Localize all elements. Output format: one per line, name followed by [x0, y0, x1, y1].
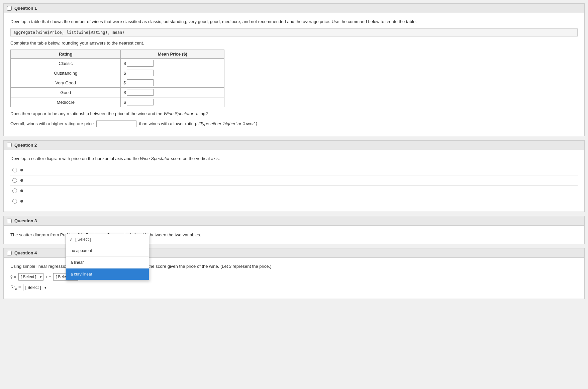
- popup-item-no-apparent[interactable]: no apparent: [66, 245, 149, 257]
- rating-good: Good: [11, 88, 121, 97]
- q1-rel-label2: rating?: [195, 111, 208, 116]
- question-2-header: Question 2: [4, 141, 584, 150]
- dollar-sign-classic: $: [123, 61, 126, 66]
- dollar-sign-outstanding: $: [123, 71, 126, 76]
- popup-header: ✓ [ Select ]: [66, 234, 149, 245]
- q4-select3-wrapper: [ Select ] 0.12 0.34: [23, 284, 48, 291]
- question-1-body: Develop a table that shows the number of…: [4, 13, 584, 136]
- q2-inst-pre: Develop a scatter diagram with price on …: [10, 156, 139, 161]
- question-2-checkbox[interactable]: [7, 143, 12, 147]
- rating-mediocre: Mediocre: [11, 97, 121, 107]
- popup-select-label: [ Select ]: [75, 237, 91, 242]
- question-2-body: Develop a scatter diagram with price on …: [4, 150, 584, 212]
- q1-overall: Overall, wines with a higher rating are …: [10, 121, 578, 127]
- radio-b[interactable]: [12, 178, 17, 183]
- radio-option-a[interactable]: [10, 165, 578, 175]
- radio-a-dot: [20, 169, 23, 171]
- col-price-header: Mean Price ($): [121, 50, 224, 59]
- dollar-sign-mediocre: $: [123, 100, 126, 105]
- q2-inst-post: score on the vertical axis.: [171, 156, 220, 161]
- question-3-checkbox[interactable]: [7, 219, 12, 223]
- q1-type-hint: (Type either 'higher' or 'lower'.): [198, 121, 257, 126]
- radio-a[interactable]: [12, 168, 17, 172]
- q1-overall-suffix: than wines with a lower rating.: [139, 121, 197, 126]
- price-mediocre-cell: $: [121, 97, 224, 107]
- q4-select1-wrapper: [ Select ] 0.5 1.2 2.3: [18, 273, 43, 281]
- popup-checkmark: ✓: [69, 237, 73, 242]
- q4-r2-label: R2a =: [10, 284, 21, 291]
- question-1-block: Question 1 Develop a table that shows th…: [3, 3, 585, 136]
- question-3-body: The scatter diagram from Problem 2 indic…: [4, 226, 584, 244]
- page-container: Question 1 Develop a table that shows th…: [0, 0, 588, 306]
- q3-dropdown-popup: ✓ [ Select ] no apparent a linear a curv…: [66, 234, 149, 280]
- q1-relationship-question: Does there appear to be any relationship…: [10, 110, 578, 117]
- q1-price-input[interactable]: [96, 121, 136, 127]
- q1-table: Rating Mean Price ($) Classic $: [10, 50, 224, 107]
- table-row: Mediocre $: [11, 97, 224, 107]
- question-3-title: Question 3: [14, 218, 37, 223]
- question-1-header: Question 1: [4, 4, 584, 13]
- q4-plus-label: x +: [45, 274, 52, 279]
- price-outstanding-input[interactable]: [127, 70, 154, 76]
- price-outstanding-cell: $: [121, 68, 224, 78]
- q4-represent-label: represent the price.): [232, 264, 271, 269]
- q1-rel-label1: Does there appear to be any relationship…: [10, 111, 163, 116]
- radio-d-dot: [20, 200, 23, 203]
- radio-c[interactable]: [12, 188, 17, 193]
- q1-code: aggregate(wine$Price, list(wine$Rating),…: [10, 28, 578, 36]
- radio-option-d[interactable]: [10, 196, 578, 206]
- question-1-checkbox[interactable]: [7, 6, 12, 11]
- price-classic-cell: $: [121, 59, 224, 68]
- col-rating-header: Rating: [11, 50, 121, 59]
- q4-r2-row: R2a = [ Select ] 0.12 0.34: [10, 284, 578, 291]
- q1-table-instruction: Complete the table below, rounding your …: [10, 40, 578, 47]
- q4-x-label: x: [229, 264, 231, 269]
- question-2-title: Question 2: [14, 143, 37, 148]
- question-4-title: Question 4: [14, 250, 37, 255]
- price-good-input[interactable]: [127, 89, 154, 96]
- rating-outstanding: Outstanding: [11, 68, 121, 78]
- price-mediocre-input[interactable]: [127, 99, 154, 105]
- radio-b-dot: [20, 179, 23, 182]
- price-classic-input[interactable]: [127, 60, 154, 67]
- q1-overall-label: Overall, wines with a higher rating are …: [10, 121, 94, 126]
- radio-option-c[interactable]: [10, 186, 578, 196]
- question-3-header: Question 3: [4, 216, 584, 226]
- q2-radio-options: [10, 165, 578, 206]
- price-verygood-cell: $: [121, 78, 224, 88]
- question-3-block: Question 3 The scatter diagram from Prob…: [3, 216, 585, 244]
- q2-wine-spectator: Wine Spectator: [140, 156, 170, 161]
- popup-item-a-curvilinear[interactable]: a curvilinear: [66, 268, 149, 280]
- table-row: Very Good $: [11, 78, 224, 88]
- price-verygood-input[interactable]: [127, 79, 154, 86]
- question-2-block: Question 2 Develop a scatter diagram wit…: [3, 140, 585, 212]
- radio-d[interactable]: [12, 199, 17, 204]
- q2-instruction: Develop a scatter diagram with price on …: [10, 155, 578, 162]
- radio-c-dot: [20, 189, 23, 192]
- popup-item-a-linear[interactable]: a linear: [66, 257, 149, 268]
- question-1-title: Question 1: [14, 6, 37, 11]
- dollar-sign-verygood: $: [123, 80, 126, 85]
- q4-select3[interactable]: [ Select ] 0.12 0.34: [23, 284, 48, 291]
- question-4-checkbox[interactable]: [7, 251, 12, 255]
- rating-verygood: Very Good: [11, 78, 121, 88]
- table-row: Outstanding $: [11, 68, 224, 78]
- table-row: Classic $: [11, 59, 224, 68]
- q4-yhat-label: ŷ =: [10, 274, 16, 279]
- dollar-sign-good: $: [123, 90, 126, 95]
- table-row: Good $: [11, 88, 224, 97]
- q1-instruction: Develop a table that shows the number of…: [10, 18, 578, 25]
- price-good-cell: $: [121, 88, 224, 97]
- q4-select1[interactable]: [ Select ] 0.5 1.2 2.3: [18, 273, 43, 281]
- rating-classic: Classic: [11, 59, 121, 68]
- wine-spectator-italic: Wine Spectator: [164, 111, 193, 116]
- radio-option-b[interactable]: [10, 175, 578, 186]
